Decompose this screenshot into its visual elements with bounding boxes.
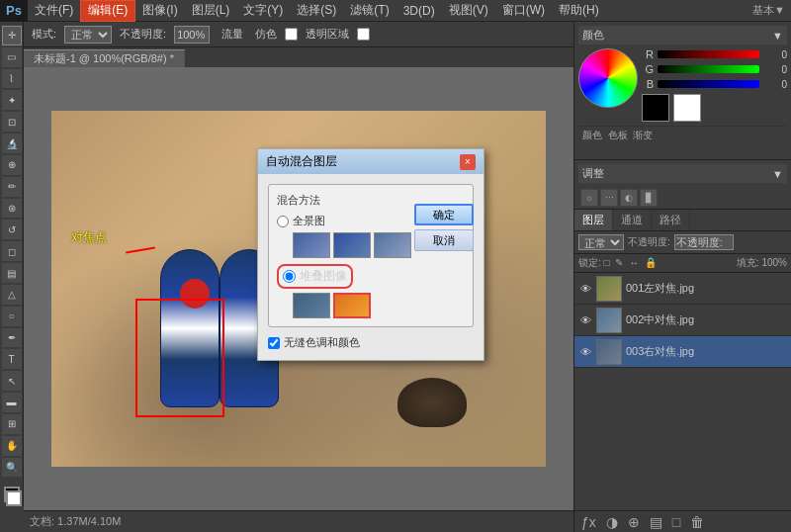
tool-3d[interactable]: ⊞ (2, 414, 22, 434)
stack-thumbs (293, 293, 465, 318)
lock-position-btn[interactable]: ↔ (629, 257, 639, 268)
swatches-tab[interactable]: 色板 (608, 130, 628, 140)
tool-text[interactable]: T (2, 349, 22, 369)
dialog-title-bar[interactable]: 自动混合图层 × (258, 149, 483, 174)
lock-paint-btn[interactable]: ✎ (615, 257, 623, 268)
red-value: 0 (763, 49, 787, 60)
menu-layer[interactable]: 图层(L) (185, 0, 237, 22)
pano-thumb-2 (333, 232, 371, 258)
layer-name-3: 003右对焦.jpg (626, 344, 787, 359)
tool-lasso[interactable]: ⌇ (2, 69, 22, 89)
new-group-btn[interactable]: ▤ (647, 514, 665, 530)
fx-button[interactable]: ƒx (578, 514, 599, 530)
tool-history-brush[interactable]: ↺ (2, 220, 22, 239)
seamless-checkbox[interactable] (268, 337, 280, 349)
layer-visibility-3[interactable]: 👁 (578, 345, 592, 359)
transparency-checkbox[interactable] (357, 28, 370, 41)
stack-label: 堆叠图像 (300, 268, 347, 285)
gradient-tab[interactable]: 渐变 (633, 130, 653, 140)
ok-button[interactable]: 确定 (414, 204, 474, 225)
menu-help[interactable]: 帮助(H) (552, 0, 606, 22)
focus-annotation-text: 对焦点 (71, 229, 107, 246)
new-layer-btn[interactable]: □ (669, 514, 683, 530)
layer-mode-select[interactable]: 正常 (578, 234, 624, 250)
tool-dodge[interactable]: ○ (2, 307, 22, 326)
tool-blur[interactable]: △ (2, 285, 22, 305)
layer-item-3[interactable]: 👁 003右对焦.jpg (574, 336, 791, 368)
color-tab[interactable]: 颜色 (582, 130, 602, 140)
dialog-close-button[interactable]: × (460, 154, 476, 170)
cancel-button[interactable]: 取消 (414, 229, 474, 251)
seamless-checkbox-row[interactable]: 无缝色调和颜色 (268, 335, 474, 350)
layer-item-2[interactable]: 👁 002中对焦.jpg (574, 305, 791, 336)
stack-radio[interactable] (283, 270, 296, 283)
tool-clone[interactable]: ⊛ (2, 199, 22, 219)
tool-healing[interactable]: ⊕ (2, 155, 22, 175)
document-tab[interactable]: 未标题-1 @ 100%(RGB/8#) * (24, 49, 185, 67)
lock-all-btn[interactable]: 🔒 (645, 257, 657, 268)
seamless-label: 无缝色调和颜色 (284, 335, 360, 350)
tool-gradient[interactable]: ▤ (2, 263, 22, 283)
stack-option-highlighted[interactable]: 堆叠图像 (277, 264, 353, 289)
panorama-label: 全景图 (293, 214, 325, 228)
tool-bg-color[interactable] (6, 490, 22, 506)
layer-item-1[interactable]: 👁 001左对焦.jpg (574, 273, 791, 305)
blue-bar[interactable] (658, 80, 759, 88)
menu-file[interactable]: 文件(F) (28, 0, 80, 22)
tool-path-select[interactable]: ↖ (2, 371, 22, 391)
tab-paths[interactable]: 路径 (652, 210, 690, 230)
style-panel-header: 调整 ▼ (578, 164, 787, 183)
green-bar[interactable] (658, 65, 759, 73)
tab-channels[interactable]: 通道 (613, 210, 652, 230)
adjustment-icons: ☼ ⋯ ◐ ▊ (578, 187, 787, 209)
hue-icon[interactable]: ◐ (620, 189, 638, 207)
status-doc-info: 文档: 1.37M/4.10M (30, 514, 121, 529)
delete-layer-btn[interactable]: 🗑 (687, 514, 707, 530)
tool-hand[interactable]: ✋ (2, 436, 22, 456)
tool-brush[interactable]: ✏ (2, 177, 22, 197)
brightness-icon[interactable]: ☼ (580, 189, 598, 207)
opacity-input[interactable] (174, 26, 210, 44)
opacity-control[interactable] (674, 234, 734, 250)
background-swatch[interactable] (673, 94, 701, 122)
tool-magic-wand[interactable]: ✦ (2, 90, 22, 110)
tool-pen[interactable]: ✒ (2, 328, 22, 348)
curves-icon[interactable]: ⋯ (600, 189, 618, 207)
color-wheel[interactable] (578, 48, 638, 108)
layers-panel-tabs: 图层 通道 路径 (574, 210, 791, 231)
panorama-radio[interactable] (277, 216, 289, 227)
app-logo: Ps (0, 0, 28, 22)
menu-3d[interactable]: 3D(D) (396, 0, 442, 22)
blue-label: B (642, 78, 654, 90)
red-bar[interactable] (658, 50, 759, 58)
layer-visibility-1[interactable]: 👁 (578, 282, 592, 296)
tab-layers[interactable]: 图层 (574, 210, 613, 230)
color-panel-header: 颜色 ▼ (578, 26, 787, 44)
lock-transparency-btn[interactable]: □ (604, 257, 610, 268)
menu-view[interactable]: 视图(V) (442, 0, 495, 22)
new-adj-layer-btn[interactable]: ⊕ (625, 514, 643, 530)
menu-filter[interactable]: 滤镜(T) (343, 0, 396, 22)
levels-icon[interactable]: ▊ (640, 189, 658, 207)
menu-select[interactable]: 选择(S) (290, 0, 343, 22)
tool-eyedropper[interactable]: 🔬 (2, 133, 22, 153)
tool-eraser[interactable]: ◻ (2, 241, 22, 261)
menu-edit[interactable]: 编辑(E) (80, 0, 135, 22)
menu-text[interactable]: 文字(Y) (236, 0, 290, 22)
red-label: R (642, 48, 654, 60)
color-panel-title: 颜色 (582, 28, 604, 43)
mode-select[interactable]: 正常 (64, 26, 112, 44)
layer-visibility-2[interactable]: 👁 (578, 313, 592, 327)
menu-image[interactable]: 图像(I) (135, 0, 184, 22)
dialog-title-text: 自动混合图层 (266, 153, 337, 170)
tool-move[interactable]: ✛ (2, 26, 22, 45)
tool-select-rect[interactable]: ▭ (2, 47, 22, 67)
tool-shape[interactable]: ▬ (2, 393, 22, 412)
new-fill-layer-btn[interactable]: ◑ (603, 514, 621, 530)
foreground-swatch[interactable] (642, 94, 669, 122)
workspace-label[interactable]: 基本▼ (747, 3, 791, 18)
menu-window[interactable]: 窗口(W) (495, 0, 552, 22)
tool-zoom[interactable]: 🔍 (2, 458, 22, 478)
tool-crop[interactable]: ⊡ (2, 112, 22, 132)
simulate-checkbox[interactable] (285, 28, 298, 41)
